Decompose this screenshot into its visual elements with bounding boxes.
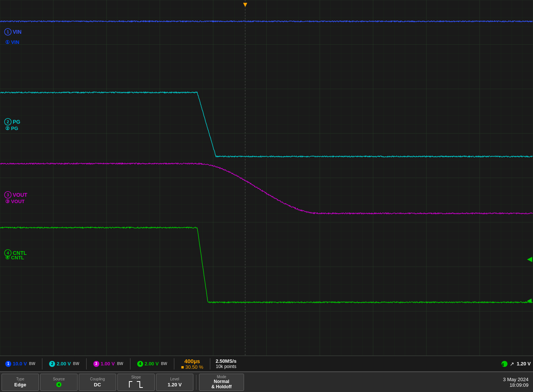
ch1-bw: BW [29, 362, 36, 366]
sep2 [86, 358, 87, 370]
mode-label: Mode [217, 375, 226, 379]
coupling-label: Coupling [90, 377, 105, 381]
ch2-dot: 2 [49, 361, 55, 367]
source-dot: 4 [56, 382, 61, 387]
trigger-channel-dot: 4 [502, 361, 508, 367]
time-percentage: ■ 30.50 % [181, 364, 203, 370]
type-value: Edge [14, 382, 26, 388]
ch2-bw: BW [73, 362, 79, 366]
ch2-screen-label: ② PG [5, 126, 18, 131]
ch3-info[interactable]: 3 1.00 V BW [90, 360, 126, 368]
oscilloscope: ① VIN ② PG ③ VOUT ④ CNTL ▼ ◀ 1 10.0 V BW… [0, 0, 533, 392]
ch4-bw: BW [161, 362, 167, 366]
trigger-marker: ▼ [242, 1, 249, 9]
slope-icons [129, 380, 144, 389]
trigger-edge-icon: ↗ [510, 361, 514, 367]
slope-svg [129, 380, 144, 389]
coupling-value: DC [94, 382, 101, 388]
ch1-voltage: 10.0 V [13, 361, 27, 367]
source-value: 4 [56, 382, 61, 387]
ch1-dot: 1 [5, 361, 11, 367]
sample-points: 10k points [216, 364, 237, 369]
time-div: 400µs [184, 358, 200, 364]
bottom-bar: Type Edge Source 4 Coupling DC Slope [0, 371, 533, 392]
mode-button[interactable]: Mode Normal& Holdoff [199, 374, 244, 391]
time: 18:09:09 [503, 382, 529, 388]
sep5 [210, 358, 210, 370]
coupling-button[interactable]: Coupling DC [79, 374, 116, 391]
sample-info: 2.50MS/s 10k points [216, 358, 237, 369]
ch3-screen-label: ③ VOUT [5, 199, 25, 204]
timebase-info: 400µs ■ 30.50 % [181, 358, 203, 370]
ch1-info[interactable]: 1 10.0 V BW [2, 360, 38, 368]
slope-button[interactable]: Slope [117, 374, 155, 391]
source-label: Source [53, 377, 65, 381]
ch1-screen-label: ① VIN [5, 39, 19, 45]
oscilloscope-screen [0, 0, 533, 356]
level-value: 1.20 V [168, 382, 182, 388]
channel-info-bar: 1 10.0 V BW 2 2.00 V BW 3 1.00 V BW 4 2.… [0, 356, 533, 371]
ch2-info[interactable]: 2 2.00 V BW [46, 360, 82, 368]
bottom-sep [196, 375, 196, 390]
datetime-display: 3 May 2024 18:09:09 [503, 377, 532, 388]
sample-rate: 2.50MS/s [216, 358, 237, 364]
ch4-dot: 4 [137, 361, 143, 367]
date: 3 May 2024 [503, 377, 529, 382]
sep1 [42, 358, 42, 370]
sep3 [130, 358, 130, 370]
level-button[interactable]: Level 1.20 V [156, 374, 193, 391]
ch3-dot: 3 [93, 361, 99, 367]
level-label: Level [170, 377, 179, 381]
ch3-bw: BW [117, 362, 123, 366]
type-button[interactable]: Type Edge [1, 374, 39, 391]
ch4-screen-label: ④ CNTL [5, 255, 24, 260]
type-label: Type [16, 377, 24, 381]
right-arrow-indicator: ◀ [527, 255, 532, 263]
source-button[interactable]: Source 4 [40, 374, 78, 391]
ch4-info[interactable]: 4 2.00 V BW [134, 360, 170, 368]
screen-area: ① VIN ② PG ③ VOUT ④ CNTL ▼ ◀ [0, 0, 533, 356]
sep4 [174, 358, 174, 370]
mode-value: Normal& Holdoff [211, 379, 232, 389]
trigger-info: 4 ↗ 1.20 V [502, 361, 531, 367]
slope-label: Slope [131, 375, 141, 379]
ch4-voltage: 2.00 V [145, 361, 159, 367]
trigger-level: 1.20 V [517, 361, 531, 367]
ch2-voltage: 2.00 V [57, 361, 71, 367]
ch3-voltage: 1.00 V [101, 361, 115, 367]
